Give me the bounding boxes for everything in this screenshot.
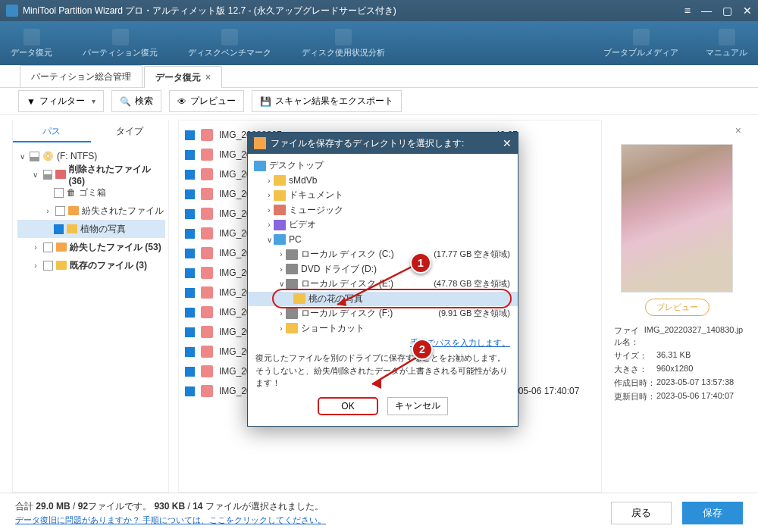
- checkbox-icon[interactable]: [185, 130, 195, 140]
- selected-folder-row[interactable]: 桃の花の写真: [248, 292, 518, 307]
- checkbox-icon[interactable]: [185, 268, 195, 278]
- tree-existing-files[interactable]: ›既存のファイル (3): [17, 256, 165, 274]
- tree-lost-sub[interactable]: ›紛失されたファイル: [17, 202, 165, 220]
- save-button[interactable]: 保存: [682, 502, 743, 524]
- checkbox-icon[interactable]: [185, 288, 195, 298]
- annotation-bubble-2: 2: [412, 339, 433, 360]
- dialog-close-icon[interactable]: ✕: [503, 137, 512, 149]
- tree-lost-files[interactable]: ›紛失したファイル (53): [17, 238, 165, 256]
- content-tabs: パーティション総合管理 データ復元×: [0, 65, 758, 88]
- disk-usage-icon: [335, 29, 352, 45]
- checkbox-icon[interactable]: [185, 189, 195, 199]
- ribbon-partition-recovery[interactable]: パーティション復元: [83, 29, 158, 58]
- file-icon: [201, 247, 213, 259]
- back-button[interactable]: 戻る: [611, 502, 672, 524]
- bootable-icon: [633, 29, 650, 45]
- dialog-icon: [254, 137, 266, 149]
- left-pane: パス タイプ ∨📀(F: NTFS) ∨削除されたファイル (36) 🗑ゴミ箱 …: [12, 120, 169, 493]
- file-icon: [201, 286, 213, 299]
- benchmark-icon: [221, 29, 238, 45]
- footer: 合計 29.0 MB / 92ファイルです。 930 KB / 14 ファイルが…: [0, 493, 758, 532]
- menu-icon[interactable]: ≡: [684, 5, 691, 16]
- file-icon: [201, 129, 213, 141]
- ribbon-manual[interactable]: マニュアル: [706, 29, 747, 58]
- preview-pane: × プレビュー ファイル名：IMG_20220327_140830.jp サイズ…: [611, 120, 746, 493]
- annotation-bubble-1: 1: [410, 252, 431, 274]
- search-button[interactable]: 🔍 検索: [111, 90, 161, 112]
- close-icon[interactable]: ✕: [743, 5, 752, 16]
- ribbon-label: ディスクベンチマーク: [188, 47, 271, 58]
- preview-button[interactable]: 👁 プレビュー: [169, 90, 244, 112]
- export-button[interactable]: 💾 スキャン結果をエクスポート: [252, 90, 402, 112]
- checkbox-icon[interactable]: [185, 229, 195, 239]
- dialog-title: ファイルを保存するディレクトリを選択します:: [271, 137, 503, 150]
- file-icon: [201, 188, 213, 200]
- file-icon: [201, 168, 213, 180]
- tree-plant-photos[interactable]: 植物の写真: [17, 220, 165, 238]
- file-icon: [201, 149, 213, 161]
- checkbox-icon[interactable]: [185, 150, 195, 160]
- maximize-icon[interactable]: ▢: [722, 5, 732, 16]
- folder-tree: ∨📀(F: NTFS) ∨削除されたファイル (36) 🗑ゴミ箱 ›紛失されたフ…: [13, 142, 168, 280]
- tree-recycle-bin[interactable]: 🗑ゴミ箱: [17, 183, 165, 202]
- checkbox-icon[interactable]: [185, 327, 195, 337]
- tab-partition-mgmt[interactable]: パーティション総合管理: [20, 65, 143, 87]
- ok-button[interactable]: OK: [318, 397, 378, 415]
- preview-open-button[interactable]: プレビュー: [645, 299, 709, 316]
- partition-recovery-icon: [112, 29, 129, 45]
- left-tab-path[interactable]: パス: [13, 120, 91, 142]
- ribbon: データ復元 パーティション復元 ディスクベンチマーク ディスク使用状況分析 ブー…: [0, 21, 758, 65]
- checkbox-icon[interactable]: [185, 386, 195, 396]
- filter-button[interactable]: ▼ フィルター: [18, 90, 104, 112]
- file-icon: [201, 267, 213, 279]
- file-icon: [201, 326, 213, 338]
- file-icon: [201, 365, 213, 377]
- close-panel-icon[interactable]: ×: [735, 124, 741, 136]
- ribbon-label: データ復元: [11, 47, 52, 58]
- save-directory-dialog: ファイルを保存するディレクトリを選択します: ✕ デスクトップ ›sMdVb ›…: [247, 132, 518, 427]
- file-icon: [201, 306, 213, 318]
- checkbox-icon[interactable]: [185, 249, 195, 258]
- ribbon-label: ブータブルメディア: [603, 47, 678, 58]
- file-icon: [201, 208, 213, 220]
- ribbon-label: ディスク使用状況分析: [302, 47, 385, 58]
- checkbox-icon[interactable]: [185, 367, 195, 377]
- data-recovery-icon: [23, 29, 40, 45]
- titlebar: MiniTool Partition Wizard プロ・アルティメット版 12…: [0, 0, 758, 21]
- ribbon-disk-usage[interactable]: ディスク使用状況分析: [302, 29, 385, 58]
- tab-data-recovery[interactable]: データ復元×: [144, 66, 222, 88]
- modal-advice: 復元したファイルを別のドライブに保存することをお勧めします。そうしないと、紛失/…: [248, 349, 518, 394]
- file-icon: [201, 346, 213, 358]
- cancel-button[interactable]: キャンセル: [387, 397, 448, 415]
- footer-summary: 合計 29.0 MB / 92ファイルです。 930 KB / 14 ファイルが…: [15, 501, 324, 512]
- tree-deleted-files[interactable]: ∨削除されたファイル (36): [17, 165, 165, 183]
- ribbon-disk-benchmark[interactable]: ディスクベンチマーク: [188, 29, 271, 58]
- checkbox-icon[interactable]: [185, 347, 195, 357]
- checkbox-icon[interactable]: [185, 209, 195, 219]
- manual-icon: [719, 29, 735, 45]
- file-icon: [201, 385, 213, 397]
- ribbon-label: パーティション復元: [83, 47, 158, 58]
- help-link[interactable]: データ復旧に問題がありますか？ 手順については、ここをクリックしてください。: [15, 515, 326, 526]
- app-title: MiniTool Partition Wizard プロ・アルティメット版 12…: [23, 5, 684, 17]
- tab-close-icon[interactable]: ×: [205, 72, 211, 83]
- ribbon-bootable-media[interactable]: ブータブルメディア: [603, 29, 678, 58]
- file-icon: [201, 227, 213, 239]
- left-tab-type[interactable]: タイプ: [91, 120, 169, 142]
- directory-tree[interactable]: デスクトップ ›sMdVb ›ドキュメント ›ミュージック ›ビデオ ∨PC ›…: [248, 158, 518, 334]
- checkbox-icon[interactable]: [185, 308, 195, 318]
- ribbon-label: マニュアル: [706, 47, 747, 58]
- thumbnail-image: [621, 144, 733, 293]
- file-metadata: ファイル名：IMG_20220327_140830.jp サイズ：36.31 K…: [611, 325, 743, 402]
- checkbox-icon[interactable]: [185, 170, 195, 180]
- app-icon: [6, 5, 18, 17]
- manual-path-link[interactable]: 手動でパスを入力します。: [248, 334, 518, 349]
- minimize-icon[interactable]: —: [701, 5, 712, 16]
- ribbon-data-recovery[interactable]: データ復元: [11, 29, 52, 58]
- toolbar: ▼ フィルター 🔍 検索 👁 プレビュー 💾 スキャン結果をエクスポート: [0, 88, 758, 115]
